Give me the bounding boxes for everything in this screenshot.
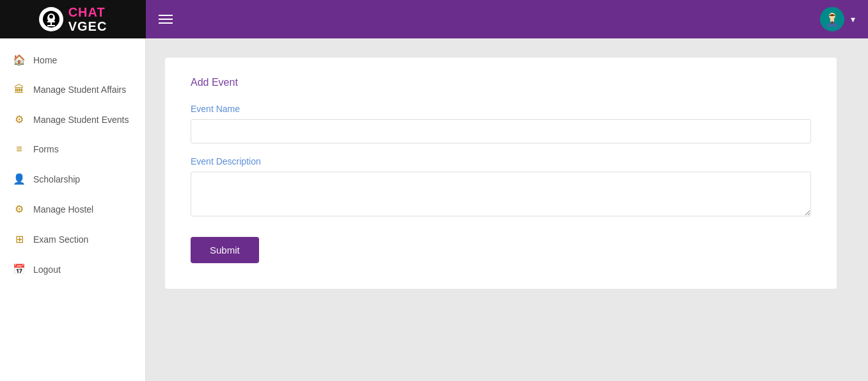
home-icon: 🏠 (13, 54, 26, 66)
sidebar: 🏠 Home 🏛 Manage Student Affairs ⚙ Manage… (0, 38, 146, 381)
user-dropdown-arrow[interactable]: ▾ (851, 14, 855, 24)
sidebar-label-manage-student-affairs: Manage Student Affairs (33, 85, 126, 95)
sidebar-item-scholarship[interactable]: 👤 Scholarship (0, 164, 145, 194)
logo-icon (39, 7, 63, 31)
sidebar-item-manage-hostel[interactable]: ⚙ Manage Hostel (0, 194, 145, 224)
header-right: ▾ (820, 7, 868, 31)
event-name-label: Event Name (191, 104, 811, 114)
svg-point-2 (49, 15, 53, 19)
main-layout: 🏠 Home 🏛 Manage Student Affairs ⚙ Manage… (0, 38, 868, 381)
event-name-input[interactable] (191, 119, 811, 143)
scholarship-icon: 👤 (13, 173, 26, 185)
exam-section-icon: ⊞ (13, 233, 26, 245)
sidebar-label-scholarship: Scholarship (33, 174, 80, 184)
hamburger-button[interactable] (159, 15, 173, 24)
event-description-label: Event Description (191, 156, 811, 166)
sidebar-item-forms[interactable]: ≡ Forms (0, 134, 145, 164)
logout-icon: 📅 (13, 263, 26, 275)
sidebar-label-forms: Forms (33, 144, 59, 154)
manage-hostel-icon: ⚙ (13, 203, 26, 215)
sidebar-item-manage-student-events[interactable]: ⚙ Manage Student Events (0, 104, 145, 134)
manage-student-affairs-icon: 🏛 (13, 84, 26, 95)
sidebar-label-manage-hostel: Manage Hostel (33, 204, 93, 215)
logo-area: CHAT VGEC (0, 0, 146, 38)
sidebar-item-logout[interactable]: 📅 Logout (0, 254, 145, 284)
app-logo-text: CHAT VGEC (68, 5, 107, 33)
sidebar-label-home: Home (33, 55, 57, 65)
add-event-card: Add Event Event Name Event Description S… (165, 58, 837, 289)
user-avatar[interactable] (820, 7, 844, 31)
sidebar-label-exam-section: Exam Section (33, 234, 88, 245)
sidebar-label-logout: Logout (33, 264, 61, 275)
forms-icon: ≡ (13, 143, 26, 155)
logo-box: CHAT VGEC (39, 5, 107, 33)
sidebar-item-manage-student-affairs[interactable]: 🏛 Manage Student Affairs (0, 75, 145, 104)
sidebar-item-exam-section[interactable]: ⊞ Exam Section (0, 224, 145, 254)
submit-button[interactable]: Submit (191, 237, 259, 263)
sidebar-label-manage-student-events: Manage Student Events (33, 115, 129, 125)
manage-student-events-icon: ⚙ (13, 113, 26, 126)
header-left (146, 15, 820, 24)
top-header: CHAT VGEC ▾ (0, 0, 868, 38)
form-title: Add Event (191, 77, 811, 88)
content-area: Add Event Event Name Event Description S… (146, 38, 868, 381)
event-description-input[interactable] (191, 172, 811, 216)
sidebar-item-home[interactable]: 🏠 Home (0, 45, 145, 75)
